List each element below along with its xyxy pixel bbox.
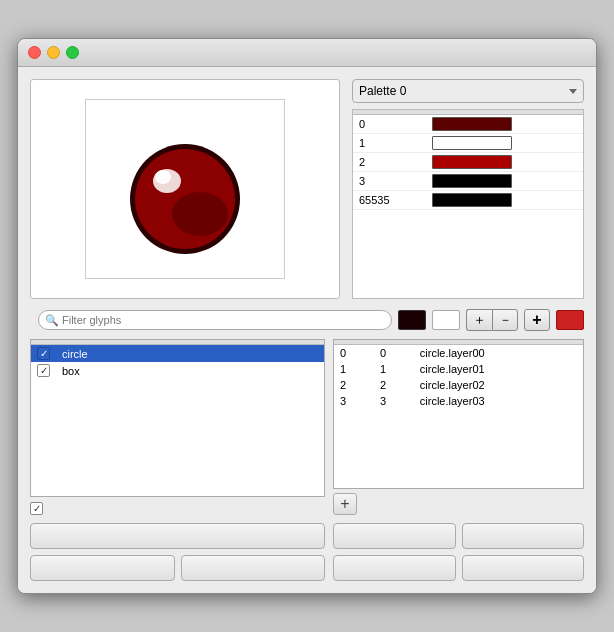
extra-add-button[interactable]: + [524, 309, 550, 331]
layers-table: ✓ circle ✓ box [30, 339, 325, 497]
palette-row[interactable]: 65535 [353, 191, 583, 210]
layer-name-cell: circle [56, 345, 324, 363]
palette-select[interactable]: Palette 0 [352, 79, 584, 103]
glyph-btn-row2 [333, 555, 584, 581]
select-glyphs-button[interactable] [30, 523, 325, 549]
palette-index-cell: 2 [353, 153, 426, 172]
glyph-svg [105, 109, 265, 269]
palette-table: 0 1 2 3 65535 [352, 109, 584, 299]
white-color-button[interactable] [432, 310, 460, 330]
palette-index-cell: 1 [353, 134, 426, 153]
glyph-index-cell: 2 [334, 377, 374, 393]
palette-row[interactable]: 2 [353, 153, 583, 172]
minimize-button[interactable] [47, 46, 60, 59]
glyph-color-index-cell: 2 [374, 377, 414, 393]
layer-checkbox-cell[interactable]: ✓ [31, 345, 56, 363]
glyph-layer-row[interactable]: 1 1 circle.layer01 [334, 361, 583, 377]
preview-area [30, 79, 340, 299]
layer-name-cell: box [56, 362, 324, 379]
layers-panel: ✓ circle ✓ box ✓ [30, 339, 325, 581]
glyph-index-cell: 3 [334, 393, 374, 409]
palette-section: Palette 0 0 1 [352, 79, 584, 299]
show-only-row: ✓ [30, 502, 325, 515]
palette-color-cell[interactable] [426, 115, 583, 134]
glyph-layer-cell: circle.layer03 [414, 393, 583, 409]
search-field[interactable]: 🔍 [38, 310, 392, 330]
palette-index-cell: 65535 [353, 191, 426, 210]
layer-checkbox[interactable]: ✓ [37, 347, 50, 360]
palette-color-cell[interactable] [426, 153, 583, 172]
import-font-button[interactable] [333, 555, 456, 581]
layer-checkbox[interactable]: ✓ [37, 364, 50, 377]
show-only-checkbox[interactable]: ✓ [30, 502, 43, 515]
traffic-lights [28, 46, 79, 59]
glyph-color-index-cell: 0 [374, 345, 414, 362]
red-color-button[interactable] [556, 310, 584, 330]
content-area: Palette 0 0 1 [18, 67, 596, 593]
palette-row[interactable]: 1 [353, 134, 583, 153]
glyph-layer-row[interactable]: 3 3 circle.layer03 [334, 393, 583, 409]
add-palette-row-button[interactable]: ＋ [466, 309, 492, 331]
glyph-index-cell: 1 [334, 361, 374, 377]
top-section: Palette 0 0 1 [30, 79, 584, 299]
remove-palette-row-button[interactable]: － [492, 309, 518, 331]
titlebar [18, 39, 596, 67]
layer-row[interactable]: ✓ box [31, 362, 324, 379]
layer-checkbox-cell[interactable]: ✓ [31, 362, 56, 379]
palette-color-cell[interactable] [426, 172, 583, 191]
close-button[interactable] [28, 46, 41, 59]
palette-color-cell[interactable] [426, 134, 583, 153]
black-color-button[interactable] [398, 310, 426, 330]
glyph-color-index-cell: 3 [374, 393, 414, 409]
glyph-layers-table: 0 0 circle.layer00 1 1 circle.layer01 2 … [333, 339, 584, 489]
palette-index-cell: 3 [353, 172, 426, 191]
filter-input[interactable] [62, 314, 385, 326]
layers-btn-row1 [30, 523, 325, 549]
palette-color-cell[interactable] [426, 191, 583, 210]
glyph-index-cell: 0 [334, 345, 374, 362]
add-glyph-layer-button[interactable]: + [333, 493, 357, 515]
svg-point-2 [172, 192, 228, 236]
plus-minus-group: ＋ － [466, 309, 518, 331]
glyph-layer-cell: circle.layer01 [414, 361, 583, 377]
export-png-button[interactable] [462, 523, 585, 549]
main-window: Palette 0 0 1 [17, 38, 597, 594]
glyph-btn-row1 [333, 523, 584, 549]
auto-layers-button[interactable] [181, 555, 326, 581]
toolbar-row: 🔍 ＋ － + [30, 309, 584, 331]
glyph-panel: 0 0 circle.layer00 1 1 circle.layer01 2 … [333, 339, 584, 581]
glyph-layer-cell: circle.layer00 [414, 345, 583, 362]
export-font-button[interactable] [462, 555, 585, 581]
maximize-button[interactable] [66, 46, 79, 59]
layer-row[interactable]: ✓ circle [31, 345, 324, 363]
svg-point-4 [155, 170, 171, 184]
main-bottom: ✓ circle ✓ box ✓ [30, 339, 584, 581]
add-btn-row: + [333, 493, 584, 515]
glyph-color-index-cell: 1 [374, 361, 414, 377]
mix-palette-button[interactable] [333, 523, 456, 549]
glyph-layer-cell: circle.layer02 [414, 377, 583, 393]
settings-button[interactable] [30, 555, 175, 581]
glyph-layer-row[interactable]: 2 2 circle.layer02 [334, 377, 583, 393]
palette-row[interactable]: 3 [353, 172, 583, 191]
palette-index-cell: 0 [353, 115, 426, 134]
glyph-layer-row[interactable]: 0 0 circle.layer00 [334, 345, 583, 362]
glyph-preview [85, 99, 285, 279]
search-icon: 🔍 [45, 314, 59, 327]
palette-row[interactable]: 0 [353, 115, 583, 134]
layers-btn-row2 [30, 555, 325, 581]
